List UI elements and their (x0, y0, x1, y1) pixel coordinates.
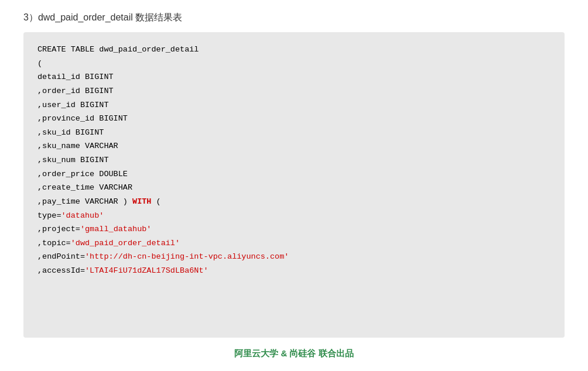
code-block: CREATE TABLE dwd_paid_order_detail ( det… (23, 32, 565, 338)
code-line-16: ,endPoint='http://dh-cn-beijing-int-vpc.… (37, 250, 551, 264)
code-line-2: ( (37, 57, 551, 71)
code-line-14: ,project='gmall_datahub' (37, 222, 551, 236)
code-line-12: ,pay_time VARCHAR ) WITH ( (37, 195, 551, 209)
code-line-10: ,order_price DOUBLE (37, 167, 551, 181)
code-line-5: ,user_id BIGINT (37, 98, 551, 112)
section-heading: 3）dwd_paid_order_detail 数据结果表 (23, 12, 565, 24)
code-line-11: ,create_time VARCHAR (37, 181, 551, 195)
footer-text: 阿里云大学 & 尚硅谷 联合出品 (234, 348, 353, 359)
code-line-8: ,sku_name VARCHAR (37, 139, 551, 153)
code-line-13: type='datahub' (37, 209, 551, 223)
code-line-3: detail_id BIGINT (37, 70, 551, 84)
code-line-17: ,accessId='LTAI4FiU71dZAL17SdLBa6Nt' (37, 264, 551, 278)
code-line-4: ,order_id BIGINT (37, 84, 551, 98)
code-line-9: ,sku_num BIGINT (37, 153, 551, 167)
code-line-1: CREATE TABLE dwd_paid_order_detail (37, 43, 551, 57)
code-line-6: ,province_id BIGINT (37, 112, 551, 126)
code-line-15: ,topic='dwd_paid_order_detail' (37, 236, 551, 250)
code-line-7: ,sku_id BIGINT (37, 126, 551, 140)
